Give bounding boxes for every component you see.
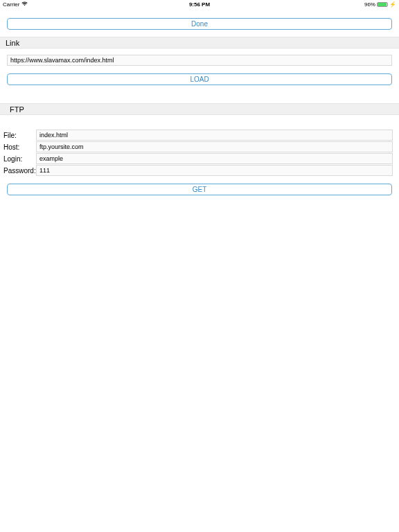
status-bar: Carrier 9:56 PM 96% ⚡	[0, 0, 399, 8]
get-button[interactable]: GET	[7, 184, 392, 195]
ftp-password-input[interactable]	[36, 165, 393, 176]
ftp-login-input[interactable]	[36, 153, 393, 164]
ftp-file-input[interactable]	[36, 130, 393, 141]
wifi-icon	[21, 1, 28, 8]
ftp-password-label: Password:	[3, 167, 36, 175]
battery-percent: 96%	[364, 1, 375, 8]
status-left: Carrier	[3, 1, 134, 8]
ftp-login-label: Login:	[3, 155, 36, 163]
section-header-link: Link	[0, 37, 399, 48]
section-header-ftp: FTP	[0, 103, 399, 115]
carrier-label: Carrier	[3, 1, 19, 8]
ftp-host-label: Host:	[3, 143, 36, 151]
load-button[interactable]: LOAD	[7, 73, 392, 85]
status-right: 96% ⚡	[265, 1, 396, 8]
content: Done Link LOAD FTP File: Host: Login: Pa…	[0, 18, 399, 195]
ftp-form: File: Host: Login: Password:	[0, 130, 399, 176]
ftp-host-input[interactable]	[36, 141, 393, 152]
done-button[interactable]: Done	[7, 18, 392, 30]
charging-icon: ⚡	[389, 1, 396, 8]
ftp-file-label: File:	[3, 132, 36, 139]
link-url-input[interactable]	[7, 55, 392, 66]
battery-icon	[377, 2, 388, 7]
clock: 9:56 PM	[134, 1, 265, 8]
